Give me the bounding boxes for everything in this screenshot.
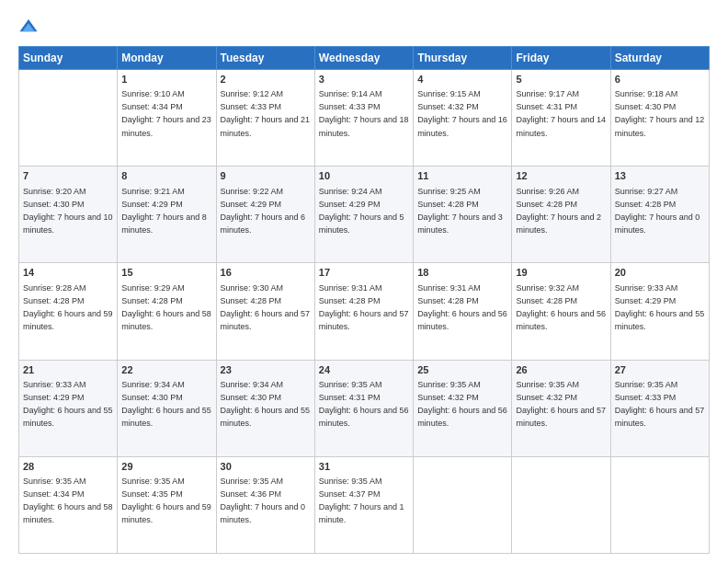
calendar-cell: 16Sunrise: 9:30 AMSunset: 4:28 PMDayligh… [216, 263, 314, 360]
day-info: Sunrise: 9:35 AMSunset: 4:36 PMDaylight:… [221, 477, 306, 524]
calendar-cell: 21Sunrise: 9:33 AMSunset: 4:29 PMDayligh… [19, 360, 118, 456]
day-info: Sunrise: 9:22 AMSunset: 4:29 PMDaylight:… [221, 187, 306, 235]
col-header-tuesday: Tuesday [216, 47, 314, 70]
day-number: 4 [417, 73, 507, 86]
calendar-cell: 4Sunrise: 9:15 AMSunset: 4:32 PMDaylight… [414, 70, 512, 167]
day-number: 8 [121, 169, 211, 183]
day-number: 30 [221, 460, 311, 474]
day-number: 13 [615, 169, 705, 183]
day-number: 2 [221, 73, 311, 86]
day-info: Sunrise: 9:35 AMSunset: 4:37 PMDaylight:… [319, 477, 404, 524]
day-number: 23 [221, 363, 311, 377]
day-number: 16 [221, 266, 311, 280]
day-number: 31 [319, 460, 409, 474]
day-number: 26 [516, 363, 606, 377]
calendar-cell: 8Sunrise: 9:21 AMSunset: 4:29 PMDaylight… [118, 167, 216, 263]
day-number: 27 [615, 363, 705, 377]
calendar-cell: 22Sunrise: 9:34 AMSunset: 4:30 PMDayligh… [118, 360, 216, 456]
day-info: Sunrise: 9:32 AMSunset: 4:28 PMDaylight:… [516, 283, 606, 331]
day-info: Sunrise: 9:35 AMSunset: 4:35 PMDaylight:… [121, 477, 211, 524]
day-info: Sunrise: 9:28 AMSunset: 4:28 PMDaylight:… [23, 283, 113, 331]
day-number: 18 [417, 266, 507, 280]
day-info: Sunrise: 9:27 AMSunset: 4:28 PMDaylight:… [615, 187, 700, 235]
day-info: Sunrise: 9:17 AMSunset: 4:31 PMDaylight:… [516, 89, 606, 137]
day-number: 14 [23, 266, 113, 280]
col-header-monday: Monday [118, 47, 216, 70]
header [18, 17, 710, 37]
day-info: Sunrise: 9:15 AMSunset: 4:32 PMDaylight:… [417, 89, 507, 137]
day-number: 7 [23, 169, 113, 183]
day-info: Sunrise: 9:20 AMSunset: 4:30 PMDaylight:… [23, 187, 113, 235]
col-header-friday: Friday [512, 47, 610, 70]
calendar-cell: 6Sunrise: 9:18 AMSunset: 4:30 PMDaylight… [610, 70, 709, 167]
calendar-cell: 25Sunrise: 9:35 AMSunset: 4:32 PMDayligh… [414, 360, 512, 456]
day-number: 28 [23, 460, 113, 474]
calendar-cell: 5Sunrise: 9:17 AMSunset: 4:31 PMDaylight… [512, 70, 610, 167]
day-info: Sunrise: 9:18 AMSunset: 4:30 PMDaylight:… [615, 89, 705, 137]
calendar-cell: 1Sunrise: 9:10 AMSunset: 4:34 PMDaylight… [118, 70, 216, 167]
day-number: 19 [516, 266, 606, 280]
day-info: Sunrise: 9:35 AMSunset: 4:32 PMDaylight:… [516, 380, 606, 428]
page: SundayMondayTuesdayWednesdayThursdayFrid… [0, 0, 728, 563]
calendar-cell: 7Sunrise: 9:20 AMSunset: 4:30 PMDaylight… [19, 167, 118, 263]
calendar-cell: 24Sunrise: 9:35 AMSunset: 4:31 PMDayligh… [314, 360, 413, 456]
day-number: 6 [615, 73, 705, 86]
col-header-saturday: Saturday [610, 47, 709, 70]
calendar-cell: 31Sunrise: 9:35 AMSunset: 4:37 PMDayligh… [314, 456, 413, 553]
calendar-cell: 15Sunrise: 9:29 AMSunset: 4:28 PMDayligh… [118, 263, 216, 360]
day-info: Sunrise: 9:10 AMSunset: 4:34 PMDaylight:… [121, 89, 211, 137]
column-header-row: SundayMondayTuesdayWednesdayThursdayFrid… [19, 47, 710, 70]
calendar-cell: 29Sunrise: 9:35 AMSunset: 4:35 PMDayligh… [118, 456, 216, 553]
calendar-cell: 18Sunrise: 9:31 AMSunset: 4:28 PMDayligh… [414, 263, 512, 360]
week-row-0: 1Sunrise: 9:10 AMSunset: 4:34 PMDaylight… [19, 70, 710, 167]
calendar-cell [414, 456, 512, 553]
day-number: 12 [516, 169, 606, 183]
logo [18, 17, 42, 37]
day-number: 21 [23, 363, 113, 377]
calendar-cell: 30Sunrise: 9:35 AMSunset: 4:36 PMDayligh… [216, 456, 314, 553]
day-info: Sunrise: 9:34 AMSunset: 4:30 PMDaylight:… [121, 380, 211, 428]
day-info: Sunrise: 9:33 AMSunset: 4:29 PMDaylight:… [615, 283, 705, 331]
calendar-cell: 23Sunrise: 9:34 AMSunset: 4:30 PMDayligh… [216, 360, 314, 456]
day-number: 1 [121, 73, 211, 86]
week-row-3: 21Sunrise: 9:33 AMSunset: 4:29 PMDayligh… [19, 360, 710, 456]
week-row-1: 7Sunrise: 9:20 AMSunset: 4:30 PMDaylight… [19, 167, 710, 263]
calendar-cell: 27Sunrise: 9:35 AMSunset: 4:33 PMDayligh… [610, 360, 709, 456]
day-info: Sunrise: 9:24 AMSunset: 4:29 PMDaylight:… [319, 187, 404, 235]
calendar-cell: 28Sunrise: 9:35 AMSunset: 4:34 PMDayligh… [19, 456, 118, 553]
day-number: 29 [121, 460, 211, 474]
day-number: 15 [121, 266, 211, 280]
calendar-cell: 19Sunrise: 9:32 AMSunset: 4:28 PMDayligh… [512, 263, 610, 360]
calendar-cell [19, 70, 118, 167]
calendar-cell: 17Sunrise: 9:31 AMSunset: 4:28 PMDayligh… [314, 263, 413, 360]
day-number: 5 [516, 73, 606, 86]
day-info: Sunrise: 9:12 AMSunset: 4:33 PMDaylight:… [221, 89, 311, 137]
day-info: Sunrise: 9:35 AMSunset: 4:33 PMDaylight:… [615, 380, 705, 428]
day-number: 3 [319, 73, 409, 86]
col-header-sunday: Sunday [19, 47, 118, 70]
calendar-cell: 12Sunrise: 9:26 AMSunset: 4:28 PMDayligh… [512, 167, 610, 263]
day-info: Sunrise: 9:31 AMSunset: 4:28 PMDaylight:… [417, 283, 507, 331]
day-info: Sunrise: 9:35 AMSunset: 4:31 PMDaylight:… [319, 380, 409, 428]
calendar-cell: 11Sunrise: 9:25 AMSunset: 4:28 PMDayligh… [414, 167, 512, 263]
week-row-4: 28Sunrise: 9:35 AMSunset: 4:34 PMDayligh… [19, 456, 710, 553]
col-header-thursday: Thursday [414, 47, 512, 70]
day-info: Sunrise: 9:25 AMSunset: 4:28 PMDaylight:… [417, 187, 503, 235]
day-info: Sunrise: 9:33 AMSunset: 4:29 PMDaylight:… [23, 380, 113, 428]
calendar-cell: 26Sunrise: 9:35 AMSunset: 4:32 PMDayligh… [512, 360, 610, 456]
day-number: 22 [121, 363, 211, 377]
day-info: Sunrise: 9:26 AMSunset: 4:28 PMDaylight:… [516, 187, 601, 235]
calendar-cell: 3Sunrise: 9:14 AMSunset: 4:33 PMDaylight… [314, 70, 413, 167]
calendar-cell: 10Sunrise: 9:24 AMSunset: 4:29 PMDayligh… [314, 167, 413, 263]
day-info: Sunrise: 9:35 AMSunset: 4:34 PMDaylight:… [23, 477, 113, 524]
day-info: Sunrise: 9:30 AMSunset: 4:28 PMDaylight:… [221, 283, 311, 331]
calendar-cell: 9Sunrise: 9:22 AMSunset: 4:29 PMDaylight… [216, 167, 314, 263]
calendar-cell [610, 456, 709, 553]
calendar-cell: 13Sunrise: 9:27 AMSunset: 4:28 PMDayligh… [610, 167, 709, 263]
logo-icon [18, 17, 39, 37]
day-info: Sunrise: 9:29 AMSunset: 4:28 PMDaylight:… [121, 283, 211, 331]
day-info: Sunrise: 9:34 AMSunset: 4:30 PMDaylight:… [221, 380, 311, 428]
col-header-wednesday: Wednesday [314, 47, 413, 70]
calendar-cell: 2Sunrise: 9:12 AMSunset: 4:33 PMDaylight… [216, 70, 314, 167]
day-number: 25 [417, 363, 507, 377]
